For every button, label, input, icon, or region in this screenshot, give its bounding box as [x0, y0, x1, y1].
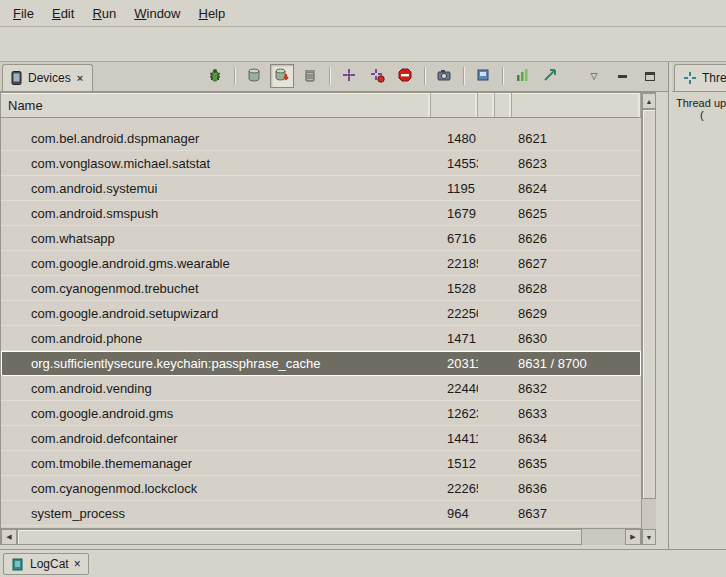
table-row[interactable]: org.sufficientlysecure.keychain:passphra…	[1, 351, 641, 376]
menu-edit[interactable]: Edit	[43, 3, 83, 24]
table-row[interactable]: com.google.android.gms 12623 8633	[1, 401, 641, 426]
close-icon[interactable]: ×	[76, 72, 84, 84]
table-row[interactable]: com.google.android.setupwizard 22250 862…	[1, 301, 641, 326]
port-cell: 8626	[512, 231, 641, 246]
devices-tabbar: Devices ×	[0, 62, 668, 92]
horizontal-scroll-thumb[interactable]	[17, 529, 582, 545]
port-cell: 8635	[512, 456, 641, 471]
green-arrow-icon	[542, 67, 558, 86]
pid-cell: 1679	[431, 206, 478, 221]
port-cell: 8624	[512, 181, 641, 196]
scroll-up-button[interactable]: ▲	[642, 93, 656, 109]
close-icon[interactable]: ×	[74, 557, 81, 571]
start-opengl-trace-button[interactable]	[510, 64, 534, 88]
pid-cell: 1480	[431, 131, 478, 146]
table-row[interactable]: com.android.smspush 1679 8625	[1, 201, 641, 226]
menu-run[interactable]: Run	[83, 3, 125, 24]
process-name-cell: com.vonglasow.michael.satstat	[1, 156, 431, 171]
table-row[interactable]: com.bel.android.dspmanager 1480 8621	[1, 126, 641, 151]
right-arrow-icon: ▶	[630, 533, 635, 541]
down-arrow-icon: ▼	[646, 534, 653, 541]
scroll-down-button[interactable]: ▼	[642, 529, 656, 545]
table-row[interactable]: com.cyanogenmod.trebuchet 1528 8628	[1, 276, 641, 301]
menubar: File Edit Run Window Help	[0, 0, 726, 27]
table-row[interactable]: com.android.systemui 1195 8624	[1, 176, 641, 201]
update-threads-button[interactable]	[337, 64, 361, 88]
view-menu-chevron-icon: ▽	[591, 71, 598, 81]
port-cell: 8629	[512, 306, 641, 321]
port-cell: 8630	[512, 331, 641, 346]
table-row[interactable]: com.android.vending 22440 8632	[1, 376, 641, 401]
horizontal-scrollbar[interactable]: ◀ ▶	[1, 528, 641, 545]
scroll-right-button[interactable]: ▶	[625, 529, 641, 545]
pid-cell: 22265	[431, 481, 478, 496]
threads-panel: Threa Thread up (	[672, 62, 726, 549]
horizontal-scroll-track[interactable]	[17, 529, 625, 545]
table-row[interactable]: com.android.defcontainer 14411 8634	[1, 426, 641, 451]
port-cell: 8631 / 8700	[512, 356, 641, 371]
minimize-button[interactable]	[610, 64, 634, 88]
threads-message-line2: (	[676, 109, 726, 121]
minimize-icon	[618, 75, 627, 78]
menu-help[interactable]: Help	[189, 3, 234, 24]
toolbar-strip	[0, 27, 726, 62]
tab-threads[interactable]: Threa	[674, 64, 726, 91]
column-header-pid[interactable]	[431, 93, 478, 117]
table-row[interactable]: com.android.phone 1471 8630	[1, 326, 641, 351]
left-arrow-icon: ◀	[6, 533, 11, 541]
threads-icon	[683, 71, 697, 85]
tab-logcat-label: LogCat	[30, 557, 69, 571]
toolbar-separator	[502, 67, 503, 85]
column-header-port[interactable]	[512, 93, 641, 117]
debug-bug-icon	[207, 67, 223, 86]
tracer-button[interactable]	[538, 64, 562, 88]
view-menu-button[interactable]: ▽	[582, 64, 606, 88]
threads-arrows-icon	[341, 67, 357, 86]
tab-logcat[interactable]: LogCat ×	[3, 553, 89, 575]
tab-threads-label: Threa	[702, 71, 726, 85]
logcat-icon	[11, 557, 25, 571]
stop-process-button[interactable]	[393, 64, 417, 88]
table-row[interactable]: system_process 964 8637	[1, 501, 641, 526]
update-heap-button[interactable]	[242, 64, 266, 88]
vertical-scrollbar[interactable]: ▲ ▼	[641, 93, 656, 545]
pid-cell: 14411	[431, 431, 478, 446]
process-name-cell: com.google.android.gms	[1, 406, 431, 421]
process-name-cell: com.android.defcontainer	[1, 431, 431, 446]
process-name-cell: com.cyanogenmod.trebuchet	[1, 281, 431, 296]
process-name-cell: com.google.android.gms.wearable	[1, 256, 431, 271]
table-row[interactable]: com.vonglasow.michael.satstat 14553 8623	[1, 151, 641, 176]
capture-system-info-button[interactable]	[471, 64, 495, 88]
table-content: Name com.bel.android.dspmanager 1480 862…	[1, 93, 641, 545]
tab-devices[interactable]: Devices ×	[2, 64, 93, 91]
port-cell: 8625	[512, 206, 641, 221]
process-name-cell: com.whatsapp	[1, 231, 431, 246]
table-row[interactable]: com.google.android.gms.wearable 22185 86…	[1, 251, 641, 276]
up-arrow-icon: ▲	[646, 98, 653, 105]
table-row[interactable]: com.cyanogenmod.lockclock 22265 8636	[1, 476, 641, 501]
pid-cell: 1512	[431, 456, 478, 471]
port-cell: 8627	[512, 256, 641, 271]
menu-file[interactable]: File	[4, 3, 43, 24]
pid-cell: 22185	[431, 256, 478, 271]
debug-process-button[interactable]	[203, 64, 227, 88]
vertical-scroll-track[interactable]	[642, 109, 656, 529]
vertical-scroll-thumb[interactable]	[642, 109, 656, 499]
process-name-cell: system_process	[1, 506, 431, 521]
maximize-button[interactable]	[638, 64, 662, 88]
cause-gc-button[interactable]	[298, 64, 322, 88]
menu-window[interactable]: Window	[125, 3, 189, 24]
start-method-profiling-button[interactable]	[365, 64, 389, 88]
port-cell: 8621	[512, 131, 641, 146]
table-row[interactable]: com.whatsapp 6716 8626	[1, 226, 641, 251]
column-header-name[interactable]: Name	[1, 93, 431, 117]
screen-capture-button[interactable]	[432, 64, 456, 88]
pid-cell: 964	[431, 506, 478, 521]
column-header-4[interactable]	[495, 93, 512, 117]
dump-hprof-button[interactable]	[270, 64, 294, 88]
scroll-left-button[interactable]: ◀	[1, 529, 17, 545]
table-row[interactable]: com.tmobile.thememanager 1512 8635	[1, 451, 641, 476]
process-name-cell: com.google.android.setupwizard	[1, 306, 431, 321]
column-header-3[interactable]	[478, 93, 495, 117]
main-area: Devices ×	[0, 62, 726, 549]
